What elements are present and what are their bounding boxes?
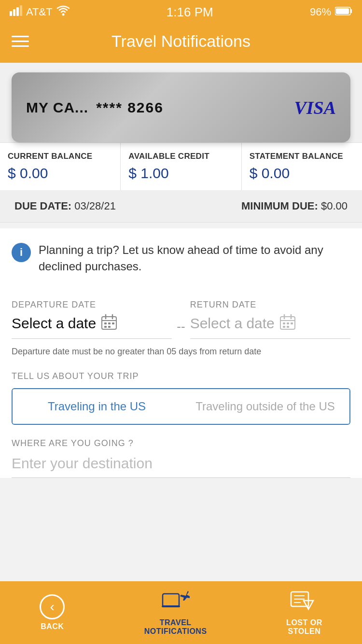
current-balance-item: CURRENT BALANCE $ 0.00 (0, 143, 121, 190)
spacer (0, 478, 362, 550)
min-due-label: MINIMUM DUE: (241, 200, 318, 212)
statement-balance-item: STATEMENT BALANCE $ 0.00 (242, 143, 362, 190)
return-date-field[interactable]: RETURN DATE Select a date (190, 300, 350, 339)
due-date-label: DUE DATE: (14, 200, 71, 212)
svg-rect-14 (112, 322, 114, 324)
status-bar: AT&T 1:16 PM 96% (0, 0, 362, 24)
available-credit-label: AVAILABLE CREDIT (128, 152, 233, 161)
svg-point-33 (308, 606, 309, 608)
svg-rect-23 (291, 322, 293, 324)
destination-input[interactable] (12, 455, 350, 478)
departure-date-input-row[interactable]: Select a date (12, 314, 172, 339)
form-section: DEPARTURE DATE Select a date (0, 288, 362, 478)
current-balance-value: $ 0.00 (8, 165, 112, 182)
available-credit-item: AVAILABLE CREDIT $ 1.00 (121, 143, 241, 190)
back-icon[interactable]: ‹ (40, 594, 65, 619)
battery-icon (335, 6, 352, 18)
svg-rect-1 (13, 9, 15, 16)
wifi-icon (56, 5, 70, 19)
available-credit-value: $ 1.00 (128, 165, 233, 182)
travel-notifications-icon (162, 590, 190, 616)
svg-rect-27 (162, 605, 180, 607)
destination-label: WHERE ARE YOU GOING ? (12, 438, 350, 448)
svg-rect-15 (104, 326, 107, 328)
return-date-label: RETURN DATE (190, 300, 350, 310)
return-date-input-row[interactable]: Select a date (190, 314, 350, 339)
card-name: MY CA... (26, 99, 88, 116)
due-date-row: DUE DATE: 03/28/21 MINIMUM DUE: $0.00 (0, 190, 362, 223)
trip-toggle: Traveling in the US Traveling outside of… (12, 388, 350, 425)
svg-rect-0 (10, 11, 12, 16)
current-balance-label: CURRENT BALANCE (8, 152, 112, 161)
svg-rect-13 (108, 322, 111, 324)
svg-rect-3 (20, 5, 22, 16)
svg-rect-16 (108, 326, 111, 328)
date-row: DEPARTURE DATE Select a date (12, 300, 350, 339)
trip-option-outside-label: Traveling outside of the US (195, 400, 335, 413)
svg-rect-26 (163, 594, 179, 606)
lost-stolen-icon (290, 590, 318, 616)
return-date-value: Select a date (190, 315, 275, 332)
svg-rect-25 (287, 326, 289, 328)
date-separator: -- (172, 319, 190, 339)
status-right: 96% (310, 6, 352, 18)
card-section: MY CA... **** 8266 VISA (0, 63, 362, 142)
travel-notifications-nav-item[interactable]: TRAVELNOTIFICATIONS (144, 590, 207, 636)
svg-rect-24 (283, 326, 285, 328)
departure-calendar-icon[interactable] (101, 314, 117, 334)
balance-row: CURRENT BALANCE $ 0.00 AVAILABLE CREDIT … (0, 142, 362, 190)
min-due-value: $0.00 (321, 200, 348, 212)
signal-icon (10, 5, 22, 19)
minimum-due-text: MINIMUM DUE: $0.00 (241, 200, 348, 212)
trip-option-us[interactable]: Traveling in the US (13, 389, 181, 424)
info-section: i Planning a trip? Let us know ahead of … (0, 228, 362, 288)
due-date-value: 03/28/21 (74, 200, 116, 212)
carrier-label: AT&T (26, 6, 53, 18)
travel-notifications-nav-label: TRAVELNOTIFICATIONS (144, 618, 207, 636)
header: Travel Notifications (0, 24, 362, 63)
back-nav-label: BACK (41, 622, 64, 631)
lost-stolen-nav-label: LOST ORSTOLEN (286, 618, 322, 636)
svg-rect-7 (336, 8, 349, 14)
back-nav-item[interactable]: ‹ BACK (40, 594, 65, 631)
battery-percent: 96% (310, 6, 331, 18)
return-calendar-icon[interactable] (279, 314, 296, 334)
status-time: 1:16 PM (167, 5, 213, 20)
svg-rect-12 (104, 322, 107, 324)
statement-balance-label: STATEMENT BALANCE (250, 152, 354, 161)
date-hint: Departure date must be no greater than 0… (12, 346, 350, 358)
credit-card: MY CA... **** 8266 VISA (12, 72, 350, 142)
svg-point-4 (62, 14, 64, 16)
hamburger-button[interactable] (12, 36, 29, 47)
card-number: **** 8266 (96, 99, 164, 116)
info-message: Planning a trip? Let us know ahead of ti… (39, 242, 350, 274)
svg-rect-2 (16, 7, 19, 16)
lost-stolen-nav-item[interactable]: LOST ORSTOLEN (286, 590, 322, 636)
due-date-text: DUE DATE: 03/28/21 (14, 200, 116, 212)
svg-rect-21 (283, 322, 285, 324)
visa-logo: VISA (294, 97, 336, 118)
trip-section-label: TELL US ABOUT YOUR TRIP (12, 371, 350, 381)
page-title: Travel Notifications (111, 32, 251, 51)
statement-balance-value: $ 0.00 (250, 165, 354, 182)
svg-rect-22 (287, 322, 289, 324)
departure-date-value: Select a date (12, 315, 96, 332)
trip-option-outside[interactable]: Traveling outside of the US (181, 389, 349, 424)
svg-rect-6 (350, 9, 352, 13)
bottom-nav: ‹ BACK TRAVELNOTIFICATIONS (0, 581, 362, 644)
departure-date-label: DEPARTURE DATE (12, 300, 172, 310)
departure-date-field[interactable]: DEPARTURE DATE Select a date (12, 300, 172, 339)
trip-option-us-label: Traveling in the US (48, 400, 146, 413)
info-icon: i (12, 243, 31, 262)
status-left: AT&T (10, 5, 70, 19)
